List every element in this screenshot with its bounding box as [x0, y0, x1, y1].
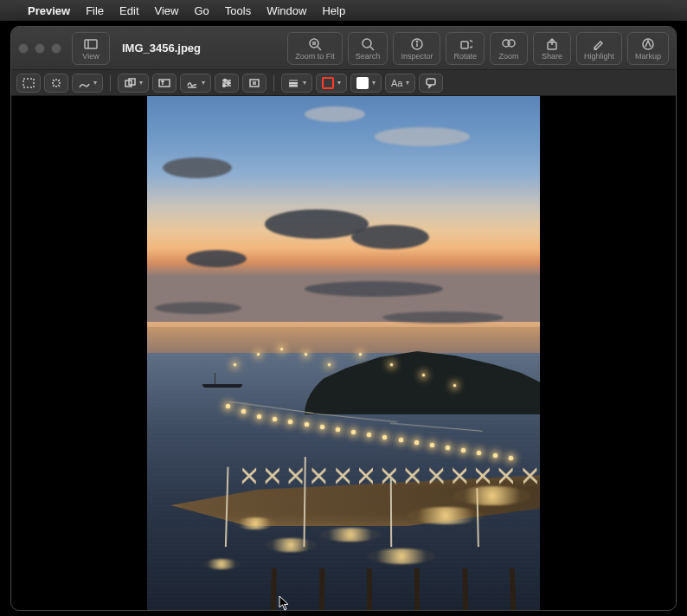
info-icon: [410, 37, 424, 51]
adjust-color-button[interactable]: [215, 74, 239, 93]
sign-button[interactable]: ▾: [180, 74, 211, 93]
shape-style-button[interactable]: ▾: [281, 74, 312, 93]
view-mode-button[interactable]: View: [72, 32, 110, 65]
svg-point-2: [310, 39, 318, 48]
svg-point-37: [228, 81, 230, 84]
rect-select-icon: [22, 77, 35, 89]
separator: [273, 75, 274, 91]
svg-rect-45: [427, 79, 435, 85]
menu-window[interactable]: Window: [266, 4, 306, 17]
markup-button[interactable]: Markup: [627, 32, 669, 65]
svg-rect-18: [23, 79, 34, 87]
svg-point-38: [223, 84, 226, 87]
menu-view[interactable]: View: [155, 4, 179, 17]
inspector-label: Inspector: [401, 52, 433, 61]
svg-rect-0: [85, 40, 97, 48]
text-style-label: Aa: [391, 78, 402, 88]
separator: [110, 75, 111, 91]
document-title: IMG_3456.jpeg: [122, 42, 201, 55]
markup-toolbar: ▾ ▾ ▾ ▾ ▾ ▾ Aa▾: [11, 70, 676, 96]
highlight-label: Highlight: [584, 52, 614, 61]
zoom-to-fit-button[interactable]: Zoom to Fit: [287, 32, 343, 65]
chevron-down-icon: ▾: [303, 79, 306, 87]
svg-rect-11: [461, 42, 468, 48]
svg-line-25: [53, 85, 55, 87]
menu-file[interactable]: File: [86, 4, 104, 17]
share-label: Share: [542, 52, 562, 61]
markup-label: Markup: [635, 52, 661, 61]
image-viewport[interactable]: [11, 96, 676, 610]
sketch-button[interactable]: ▾: [72, 74, 103, 93]
zoom-button[interactable]: Zoom: [490, 32, 528, 65]
search-label: Search: [356, 52, 381, 61]
window-controls: [18, 43, 61, 54]
svg-point-36: [224, 79, 227, 81]
svg-point-6: [363, 39, 371, 48]
signature-icon: [186, 77, 198, 89]
fill-color-button[interactable]: ▾: [350, 74, 382, 93]
inspector-button[interactable]: Inspector: [393, 32, 440, 65]
system-menubar: Preview File Edit View Go Tools Window H…: [0, 0, 687, 21]
close-button[interactable]: [18, 43, 29, 54]
mouse-cursor: [279, 595, 291, 611]
magnifier-icon: [361, 37, 375, 51]
sidebar-icon: [84, 37, 98, 51]
magnifier-equals-icon: [308, 37, 322, 51]
border-color-button[interactable]: ▾: [316, 74, 347, 93]
svg-rect-29: [159, 80, 170, 87]
magic-wand-icon: [50, 77, 62, 89]
shapes-button[interactable]: ▾: [118, 74, 149, 93]
pencil-draw-icon: [78, 77, 90, 89]
chevron-down-icon: ▾: [337, 79, 341, 87]
adjust-size-button[interactable]: [242, 74, 266, 93]
rectangular-selection-button[interactable]: [16, 74, 41, 93]
view-label: View: [82, 52, 99, 61]
fullscreen-button[interactable]: [51, 43, 61, 54]
preview-window: View IMG_3456.jpeg Zoom to Fit Search In…: [10, 26, 677, 611]
chevron-down-icon: ▾: [93, 79, 97, 87]
instant-alpha-button[interactable]: [44, 74, 68, 93]
menu-go[interactable]: Go: [194, 4, 209, 17]
svg-point-10: [416, 41, 417, 42]
app-menu[interactable]: Preview: [28, 4, 70, 17]
image-description-button[interactable]: [419, 74, 443, 93]
window-titlebar: View IMG_3456.jpeg Zoom to Fit Search In…: [11, 27, 676, 70]
minimize-button[interactable]: [35, 43, 45, 54]
text-box-icon: [158, 77, 170, 89]
rotate-button[interactable]: Rotate: [446, 32, 485, 65]
zoom-to-fit-label: Zoom to Fit: [295, 52, 335, 61]
text-button[interactable]: [152, 74, 177, 93]
displayed-image: [147, 96, 540, 610]
chevron-down-icon: ▾: [372, 79, 376, 87]
zoom-icon: [502, 37, 516, 51]
chevron-down-icon: ▾: [139, 79, 143, 87]
svg-line-26: [58, 80, 60, 81]
shapes-icon: [124, 77, 136, 89]
menu-tools[interactable]: Tools: [225, 4, 251, 17]
zoom-label: Zoom: [498, 52, 518, 61]
speech-bubble-icon: [425, 77, 437, 89]
search-button[interactable]: Search: [348, 32, 388, 65]
svg-point-13: [508, 40, 515, 47]
markup-icon: [641, 37, 655, 51]
sliders-icon: [221, 77, 233, 89]
text-style-button[interactable]: Aa▾: [385, 74, 415, 93]
chevron-down-icon: ▾: [406, 79, 409, 87]
menu-help[interactable]: Help: [322, 4, 345, 17]
highlight-button[interactable]: Highlight: [576, 32, 622, 65]
highlighter-icon: [592, 37, 606, 51]
rotate-label: Rotate: [453, 52, 477, 61]
line-weight-icon: [287, 77, 299, 89]
svg-line-23: [53, 80, 55, 81]
share-button[interactable]: Share: [533, 32, 571, 65]
chevron-down-icon: ▾: [202, 79, 205, 87]
border-color-swatch: [322, 77, 334, 89]
share-icon: [545, 37, 559, 51]
resize-icon: [248, 77, 260, 89]
menu-edit[interactable]: Edit: [119, 4, 138, 17]
svg-line-24: [58, 85, 60, 87]
fill-color-swatch: [356, 77, 369, 89]
svg-rect-39: [250, 80, 259, 87]
rotate-icon: [459, 37, 472, 51]
svg-line-7: [370, 47, 374, 50]
